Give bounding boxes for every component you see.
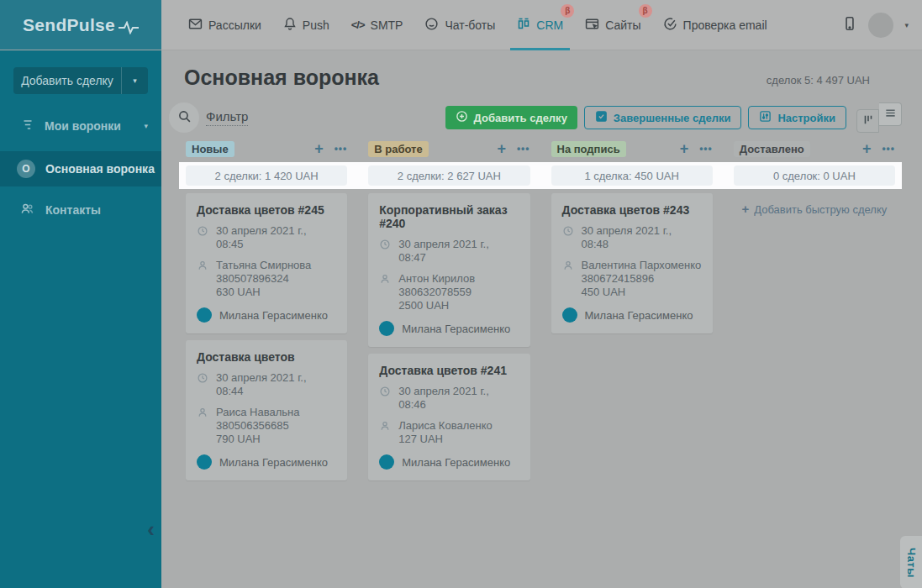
- finished-deals-button[interactable]: Завершенные сделки: [584, 106, 742, 129]
- kanban-view-button[interactable]: [856, 109, 879, 133]
- add-deal-button[interactable]: Добавить сделку: [13, 67, 121, 94]
- quick-add-deal-button[interactable]: + Добавить быструю сделку: [734, 203, 895, 216]
- stage-menu-icon[interactable]: •••: [699, 143, 713, 155]
- crm-content: Основная воронка сделок 5: 4 497 UAH Фил…: [161, 50, 922, 588]
- stage-badge[interactable]: В работе: [368, 141, 428, 157]
- logo-text: SendPulse: [23, 15, 115, 35]
- deal-card[interactable]: Доставка цветов #241 30 апреля 2021 г., …: [368, 354, 529, 480]
- owner-avatar: [197, 307, 212, 323]
- bell-icon: [283, 17, 297, 33]
- chats-tab[interactable]: Чаты: [900, 536, 922, 588]
- deal-contact: Раиса Навальна: [216, 406, 299, 419]
- nav-push[interactable]: Push: [283, 0, 329, 50]
- funnel-icon: [20, 118, 34, 134]
- clock-icon: [379, 386, 391, 397]
- deal-owner: Милана Герасименко: [585, 309, 693, 322]
- deal-title: Доставка цветов #241: [379, 364, 519, 377]
- sidebar-item-label: Мои воронки: [45, 119, 121, 133]
- check-circle-icon: [663, 17, 677, 34]
- nav-smtp[interactable]: </> SMTP: [351, 0, 403, 50]
- nav-email-verify[interactable]: Проверка email: [663, 0, 767, 50]
- owner-avatar: [379, 321, 394, 336]
- add-deal-to-stage-icon[interactable]: +: [680, 143, 689, 155]
- deal-owner: Милана Герасименко: [219, 456, 328, 469]
- sidebar-item-contacts[interactable]: Контакты: [0, 197, 161, 223]
- nav-label: Push: [303, 18, 329, 32]
- mobile-app-icon[interactable]: [842, 16, 857, 34]
- owner-avatar: [197, 454, 212, 470]
- nav-chatbots[interactable]: Чат-боты: [424, 0, 495, 50]
- sendpulse-logo[interactable]: SendPulse: [0, 0, 161, 50]
- add-deal-button-main[interactable]: Добавить сделку: [445, 106, 577, 129]
- kanban-columns: Доставка цветов #245 30 апреля 2021 г., …: [179, 193, 902, 480]
- settings-button[interactable]: Настройки: [748, 106, 846, 129]
- stage-summary-band: 2 сделки: 1 420 UAH 2 сделки: 2 627 UAH …: [179, 162, 902, 189]
- nav-mailings[interactable]: Рассылки: [188, 0, 261, 50]
- sidebar-item-label: Контакты: [45, 203, 101, 217]
- nav-crm[interactable]: CRM β: [517, 0, 563, 50]
- search-icon: [177, 109, 192, 127]
- stage-menu-icon[interactable]: •••: [517, 143, 530, 155]
- envelope-icon: [188, 17, 203, 34]
- browser-icon: [585, 17, 599, 34]
- add-deal-caret[interactable]: ▾: [121, 67, 148, 94]
- deal-datetime: 30 апреля 2021 г., 08:45: [216, 224, 336, 251]
- column-delivered: + Добавить быструю сделку: [727, 193, 902, 216]
- chevron-down-icon[interactable]: ▾: [904, 21, 909, 29]
- add-deal-to-stage-icon[interactable]: +: [862, 143, 872, 155]
- add-deal-split-button[interactable]: Добавить сделку ▾: [13, 67, 148, 94]
- column-header-new: Новые +•••: [179, 139, 354, 158]
- deal-card[interactable]: Доставка цветов 30 апреля 2021 г., 08:44…: [186, 340, 347, 480]
- button-label: Добавить сделку: [474, 112, 567, 124]
- quick-add-label: Добавить быструю сделку: [754, 203, 887, 216]
- button-label: Завершенные сделки: [614, 112, 731, 124]
- deal-datetime: 30 апреля 2021 г., 08:44: [216, 371, 336, 398]
- deal-title: Доставка цветов: [197, 350, 336, 364]
- column-header-signing: На подпись +•••: [545, 139, 719, 158]
- search-button[interactable]: [169, 102, 199, 133]
- deal-card[interactable]: Доставка цветов #243 30 апреля 2021 г., …: [551, 193, 713, 333]
- owner-avatar: [379, 454, 394, 470]
- deal-owner: Милана Герасименко: [402, 456, 510, 469]
- sidebar: Добавить сделку ▾ Мои воронки ▾ О Основн…: [0, 50, 161, 588]
- deal-contact: Антон Кирилов: [398, 272, 475, 286]
- deal-title: Доставка цветов #245: [197, 203, 336, 217]
- deals-total: сделок 5: 4 497 UAH: [767, 74, 902, 90]
- beta-badge: β: [561, 4, 574, 18]
- user-avatar[interactable]: [868, 13, 893, 38]
- add-deal-to-stage-icon[interactable]: +: [314, 143, 324, 155]
- main-nav: Рассылки Push </> SMTP Чат-боты CRM β Са…: [161, 0, 922, 50]
- stage-summary: 2 сделки: 2 627 UAH: [368, 165, 529, 186]
- filter-input[interactable]: Фильтр: [206, 109, 248, 126]
- deal-datetime: 30 апреля 2021 г., 08:47: [398, 238, 519, 265]
- deal-title: Корпоративный заказ #240: [379, 203, 519, 230]
- deal-phone: 380507896324: [216, 272, 311, 286]
- sidebar-item-funnels[interactable]: Мои воронки ▾: [0, 113, 161, 139]
- list-view-button[interactable]: [879, 102, 902, 126]
- clock-icon: [197, 372, 208, 384]
- deal-card[interactable]: Доставка цветов #245 30 апреля 2021 г., …: [186, 193, 347, 333]
- kanban-view-icon: [862, 113, 874, 129]
- button-label: Настройки: [777, 112, 835, 124]
- sidebar-collapse-button[interactable]: ‹: [147, 521, 155, 538]
- stage-badge[interactable]: Новые: [186, 141, 234, 157]
- stage-badge[interactable]: Доставлено: [734, 141, 810, 157]
- deal-phone: 380506356685: [216, 419, 299, 433]
- plus-icon: +: [741, 203, 749, 216]
- deal-title: Доставка цветов #243: [562, 203, 702, 217]
- stage-summary: 1 сделка: 450 UAH: [551, 165, 713, 186]
- stage-badge[interactable]: На подпись: [551, 141, 626, 157]
- sidebar-item-main-funnel[interactable]: О Основная воронка: [0, 151, 161, 186]
- stage-menu-icon[interactable]: •••: [335, 143, 348, 155]
- deal-card[interactable]: Корпоративный заказ #240 30 апреля 2021 …: [368, 193, 529, 347]
- deal-amount: 127 UAH: [398, 433, 492, 446]
- stage-menu-icon[interactable]: •••: [882, 143, 895, 155]
- clock-icon: [379, 239, 391, 250]
- deal-amount: 450 UAH: [582, 286, 702, 299]
- nav-sites[interactable]: Сайты β: [585, 0, 640, 50]
- crm-kanban-icon: [517, 17, 530, 33]
- add-deal-to-stage-icon[interactable]: +: [497, 143, 506, 155]
- person-icon: [562, 260, 574, 271]
- topbar-right-controls: ▾: [842, 13, 922, 38]
- deal-phone: 380672415896: [582, 272, 702, 286]
